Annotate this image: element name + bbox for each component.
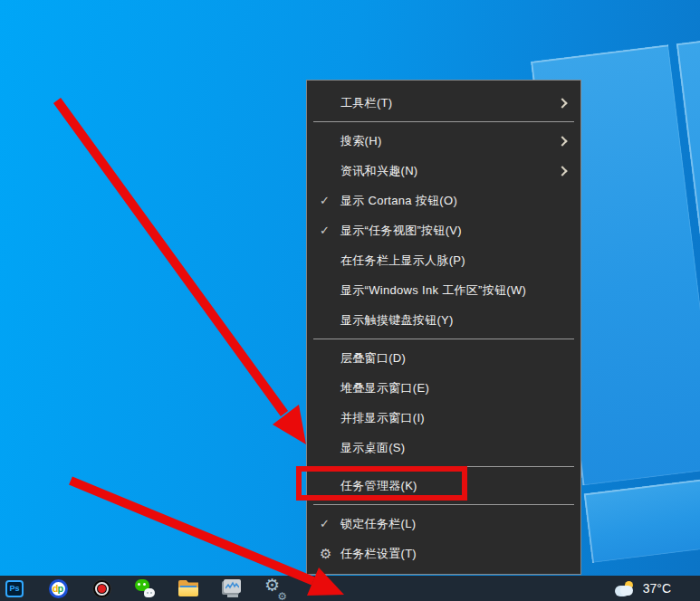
checkmark-icon: ✓ bbox=[320, 224, 340, 237]
menu-item-show-desktop[interactable]: 显示桌面(S) bbox=[307, 433, 580, 463]
menu-item-search[interactable]: 搜索(H) bbox=[307, 126, 580, 156]
menu-separator bbox=[313, 339, 574, 339]
folder-icon bbox=[178, 580, 198, 596]
temperature-label: 37°C bbox=[643, 581, 671, 596]
menu-item-label: 并排显示窗口(I) bbox=[340, 410, 571, 426]
menu-item-lock-taskbar[interactable]: ✓锁定任务栏(L) bbox=[307, 509, 580, 539]
photoshop-icon: Ps bbox=[5, 580, 24, 597]
taskbar-button-screen-recorder[interactable] bbox=[80, 576, 123, 601]
chevron-right-icon bbox=[557, 136, 567, 146]
menu-item-show-windows-ink-workspace-button[interactable]: 显示“Windows Ink 工作区”按钮(W) bbox=[307, 275, 580, 305]
taskbar-button-settings-gears[interactable]: ⚙⚙ bbox=[254, 576, 297, 601]
menu-item-label: 搜索(H) bbox=[340, 133, 559, 149]
menu-item-label: 锁定任务栏(L) bbox=[340, 516, 571, 532]
gears-icon: ⚙⚙ bbox=[264, 577, 286, 599]
menu-item-label: 显示 Cortana 按钮(O) bbox=[340, 193, 571, 209]
menu-item-taskbar-settings[interactable]: ⚙任务栏设置(T) bbox=[307, 539, 580, 568]
menu-item-label: 显示触摸键盘按钮(Y) bbox=[340, 312, 571, 329]
menu-item-news-and-interests[interactable]: 资讯和兴趣(N) bbox=[307, 156, 580, 186]
chevron-right-icon bbox=[557, 166, 567, 176]
menu-item-label: 堆叠显示窗口(E) bbox=[340, 380, 571, 396]
menu-item-label: 显示“Windows Ink 工作区”按钮(W) bbox=[340, 282, 571, 299]
taskbar-button-file-explorer[interactable] bbox=[167, 576, 210, 601]
menu-item-label: 显示“任务视图”按钮(V) bbox=[340, 223, 571, 239]
menu-item-label: 资讯和兴趣(N) bbox=[340, 163, 559, 179]
menu-item-show-task-view-button[interactable]: ✓显示“任务视图”按钮(V) bbox=[307, 215, 580, 245]
menu-item-cascade-windows[interactable]: 层叠窗口(D) bbox=[307, 343, 580, 373]
menu-item-label: 层叠窗口(D) bbox=[340, 350, 571, 367]
highlight-box-task-manager bbox=[296, 466, 467, 501]
menu-item-toolbars[interactable]: 工具栏(T) bbox=[307, 88, 580, 118]
taskbar-tray: 37°C bbox=[614, 576, 700, 601]
taskbar-button-photoshop[interactable]: Ps bbox=[0, 576, 36, 601]
screen-recorder-icon bbox=[92, 579, 111, 598]
taskbar-button-wechat[interactable] bbox=[123, 576, 167, 601]
taskbar: Ps dp ⚙⚙ bbox=[0, 576, 700, 601]
menu-item-show-people-on-taskbar[interactable]: 在任务栏上显示人脉(P) bbox=[307, 245, 580, 275]
menu-item-show-cortana-button[interactable]: ✓显示 Cortana 按钮(O) bbox=[307, 186, 580, 215]
menu-item-label: 在任务栏上显示人脉(P) bbox=[340, 253, 571, 269]
taskbar-button-system-monitor[interactable] bbox=[210, 576, 254, 601]
weather-widget[interactable]: 37°C bbox=[614, 576, 671, 601]
gear-icon: ⚙ bbox=[320, 546, 340, 562]
chevron-right-icon bbox=[557, 98, 567, 108]
checkmark-icon: ✓ bbox=[320, 194, 340, 207]
wechat-icon bbox=[135, 579, 155, 597]
partly-cloudy-icon bbox=[614, 581, 636, 596]
windows-logo-pane bbox=[584, 477, 700, 563]
taskbar-button-dp-tool[interactable]: dp bbox=[36, 576, 80, 601]
taskbar-icons: Ps dp ⚙⚙ bbox=[0, 576, 297, 601]
menu-item-label: 显示桌面(S) bbox=[340, 440, 571, 456]
menu-separator bbox=[313, 121, 574, 122]
checkmark-icon: ✓ bbox=[320, 517, 340, 530]
menu-item-show-touch-keyboard-button[interactable]: 显示触摸键盘按钮(Y) bbox=[307, 305, 580, 335]
menu-item-show-windows-side-by-side[interactable]: 并排显示窗口(I) bbox=[307, 403, 580, 433]
menu-item-show-windows-stacked[interactable]: 堆叠显示窗口(E) bbox=[307, 373, 580, 403]
system-monitor-icon bbox=[222, 579, 242, 597]
menu-item-label: 任务栏设置(T) bbox=[340, 546, 571, 562]
dp-tool-icon: dp bbox=[49, 579, 68, 598]
menu-separator bbox=[313, 504, 574, 505]
menu-item-label: 工具栏(T) bbox=[340, 95, 559, 111]
